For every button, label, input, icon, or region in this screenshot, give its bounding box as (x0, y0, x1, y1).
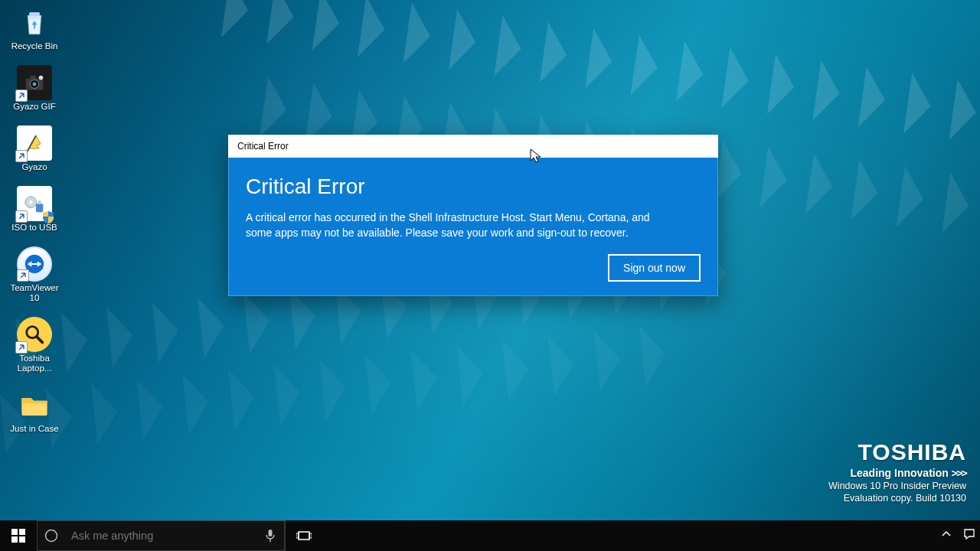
desktop-icon-just-in-case[interactable]: Just in Case (5, 387, 64, 434)
desktop-icon-gyazo-gif[interactable]: Gyazo GIF (5, 65, 64, 112)
svg-point-17 (46, 530, 57, 542)
desktop-icon-iso-to-usb[interactable]: ISO to USB (5, 186, 64, 233)
teamviewer-icon (17, 246, 52, 282)
tray-chevron-up-icon[interactable] (940, 528, 952, 543)
shortcut-arrow-icon (15, 210, 28, 223)
shortcut-arrow-icon (15, 341, 28, 354)
desktop-icon-label: TeamViewer 10 (5, 283, 64, 303)
svg-point-3 (33, 83, 37, 86)
shortcut-arrow-icon (17, 269, 29, 282)
critical-error-dialog: Critical Error Critical Error A critical… (228, 135, 718, 296)
svg-rect-22 (309, 533, 312, 538)
dialog-titlebar[interactable]: Critical Error (228, 135, 718, 158)
desktop-watermark: TOSHIBA Leading Innovation >>> Windows 1… (828, 439, 966, 504)
svg-rect-13 (11, 529, 18, 535)
svg-rect-4 (30, 76, 36, 80)
desktop-icon-label: Just in Case (5, 424, 64, 434)
desktop-icon-label: Toshiba Laptop... (5, 354, 64, 373)
desktop-icon-gyazo[interactable]: Gyazo (5, 126, 64, 172)
chevrons-icon: >>> (952, 467, 966, 479)
magnifier-icon (17, 317, 52, 352)
windows-build-text: Evaluation copy. Build 10130 (828, 493, 966, 504)
uac-shield-icon (41, 210, 55, 224)
search-input[interactable] (65, 530, 256, 542)
svg-rect-9 (38, 201, 41, 204)
svg-point-7 (29, 201, 33, 204)
dialog-heading: Critical Error (246, 174, 701, 199)
task-view-button[interactable] (286, 520, 322, 551)
svg-rect-0 (29, 12, 40, 15)
windows-logo-icon (11, 529, 25, 543)
sign-out-now-button[interactable]: Sign out now (608, 254, 701, 282)
camera-icon (17, 65, 52, 100)
dialog-message: A critical error has occurred in the She… (246, 210, 675, 240)
toshiba-logo: TOSHIBA (828, 439, 966, 465)
desktop-icon-label: ISO to USB (5, 223, 64, 233)
iso-to-usb-icon (17, 186, 52, 221)
svg-rect-20 (299, 532, 309, 540)
taskbar (0, 520, 980, 551)
task-view-icon (296, 530, 312, 542)
svg-rect-14 (19, 529, 25, 535)
desktop-icon-recycle-bin[interactable]: Recycle Bin (5, 5, 64, 51)
dialog-title: Critical Error (237, 141, 289, 152)
shortcut-arrow-icon (15, 150, 28, 162)
microphone-icon[interactable] (256, 529, 284, 543)
desktop-icon-label: Recycle Bin (5, 41, 64, 51)
search-box[interactable] (37, 520, 285, 551)
svg-rect-15 (11, 536, 18, 543)
desktop-icon-label: Gyazo (5, 162, 64, 172)
shortcut-arrow-icon (15, 90, 28, 102)
desktop-icon-teamviewer[interactable]: TeamViewer 10 (5, 246, 64, 303)
cortana-icon[interactable] (38, 529, 65, 543)
svg-point-5 (39, 76, 44, 80)
action-center-icon[interactable] (963, 528, 975, 543)
svg-line-12 (37, 337, 43, 343)
folder-icon (17, 387, 52, 422)
windows-edition-text: Windows 10 Pro Insider Preview (828, 481, 966, 491)
toshiba-tagline: Leading Innovation (850, 467, 948, 479)
svg-rect-18 (269, 530, 273, 536)
system-tray (936, 520, 980, 551)
svg-rect-21 (296, 533, 299, 538)
recycle-bin-icon (17, 5, 52, 40)
gyazo-icon (17, 126, 52, 161)
start-button[interactable] (0, 520, 37, 551)
svg-rect-16 (19, 536, 25, 543)
desktop-icon-label: Gyazo GIF (5, 102, 64, 112)
desktop-wallpaper: Recycle Bin Gyazo GIF Gyazo ISO to USB (0, 0, 980, 551)
desktop-icon-toshiba-laptop[interactable]: Toshiba Laptop... (5, 317, 64, 373)
